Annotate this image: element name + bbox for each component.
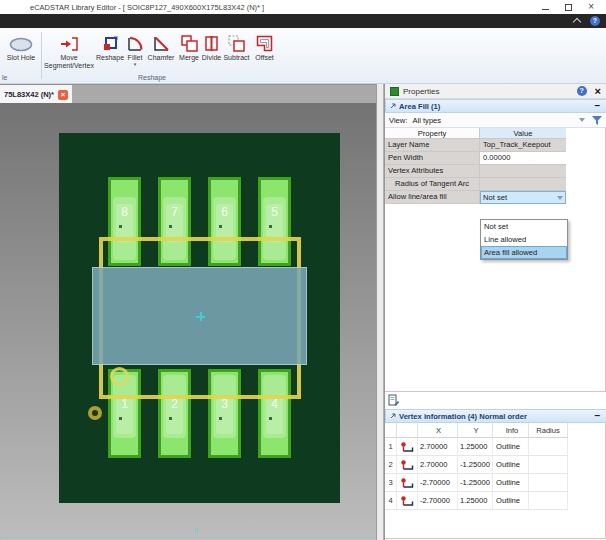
reshape-icon <box>96 32 124 52</box>
vertex-type-icon <box>397 456 418 473</box>
edit-note-icon[interactable] <box>388 394 400 407</box>
property-grid: Property Value Layer Name Top_Track_Keep… <box>385 128 566 204</box>
pad-origin-marker <box>219 225 222 228</box>
dropdown-option-area-fill-allowed[interactable]: Area fill allowed <box>481 246 567 259</box>
view-filter-row: View: All types <box>385 113 606 128</box>
dropdown-option-line-allowed[interactable]: Line allowed <box>481 233 567 246</box>
pad-number: 5 <box>261 205 288 219</box>
panel-help-icon[interactable]: ? <box>577 86 587 96</box>
vertex-row: 4 -2.70000 1.25000 Outline <box>385 492 568 510</box>
properties-panel: Properties ? × Area Fill (1) – View: All… <box>384 84 606 540</box>
move-segment-vertex-icon <box>44 32 94 52</box>
vertex-y-value[interactable]: 1.25000 <box>458 438 493 455</box>
merge-button[interactable]: Merge <box>178 32 200 74</box>
window-title: eCADSTAR Library Editor - [ SOIC8P127_49… <box>30 3 264 12</box>
reshape-button[interactable]: Reshape <box>96 32 124 74</box>
vertex-y-value[interactable]: -1.25000 <box>458 456 493 473</box>
tab-label: 75L83X42 (N)* <box>4 90 54 99</box>
view-type-select[interactable]: All types <box>412 116 441 125</box>
minimize-icon[interactable] <box>542 9 549 10</box>
chamfer-button[interactable]: Chamfer <box>146 32 176 74</box>
vertex-y-value[interactable]: 1.25000 <box>458 492 493 509</box>
subtract-button[interactable]: Subtract <box>223 32 250 74</box>
vertex-row-number: 4 <box>385 492 397 509</box>
pad-number: 3 <box>211 397 238 411</box>
grid-line <box>0 537 376 538</box>
fillet-button[interactable]: Fillet ▾ <box>125 32 145 74</box>
column-header-value: Value <box>480 128 566 138</box>
panel-close-icon[interactable]: × <box>595 86 601 97</box>
ribbon-group-label-reshape: Reshape <box>138 74 166 81</box>
section-minimize-icon[interactable]: – <box>594 411 600 421</box>
vertex-radius-value[interactable] <box>529 492 568 509</box>
property-row-layer-name: Layer Name Top_Track_Keepout <box>385 139 566 152</box>
pad-number: 8 <box>111 205 138 219</box>
property-row-vertex-attributes: Vertex Attributes <box>385 165 566 178</box>
title-bar: eCADSTAR Library Editor - [ SOIC8P127_49… <box>0 0 606 14</box>
allow-fill-combobox[interactable]: Not set <box>480 191 566 204</box>
pin1-marker-circle[interactable] <box>110 367 129 386</box>
vertex-x-value[interactable]: 2.70000 <box>418 438 458 455</box>
vertex-y-value[interactable]: -1.25000 <box>458 474 493 491</box>
pad-origin-marker <box>269 417 272 420</box>
vertex-table-header: X Y Info Radius <box>385 423 568 438</box>
panel-splitter[interactable] <box>376 84 384 540</box>
chevron-down-icon <box>557 196 563 200</box>
vertex-x-value[interactable]: -2.70000 <box>418 492 458 509</box>
slot-hole-button[interactable]: Slot Hole <box>1 32 41 74</box>
vertex-info-value: Outline <box>493 438 529 455</box>
vertex-radius-value[interactable] <box>529 456 568 473</box>
divide-button[interactable]: Divide <box>201 32 222 74</box>
fiducial-donut[interactable] <box>88 406 102 420</box>
vertex-row-number: 1 <box>385 438 397 455</box>
vertex-x-value[interactable]: 2.70000 <box>418 456 458 473</box>
fillet-icon <box>125 32 145 52</box>
subtract-icon <box>223 32 250 52</box>
chevron-down-icon[interactable] <box>579 118 585 122</box>
collapse-ribbon-icon[interactable] <box>573 18 581 26</box>
restore-icon[interactable] <box>565 4 572 11</box>
pad-number: 1 <box>111 397 138 411</box>
tab-close-icon[interactable]: × <box>58 90 68 100</box>
pad-origin-marker <box>269 225 272 228</box>
vertex-row-number: 3 <box>385 474 397 491</box>
column-header-x: X <box>418 423 458 437</box>
property-row-allow-line-area-fill: Allow line/area fill Not set <box>385 191 566 204</box>
chamfer-icon <box>146 32 176 52</box>
dropdown-option-not-set[interactable]: Not set <box>481 220 567 233</box>
vertex-info-section-header[interactable]: Vertex information (4) Normal order – <box>385 409 606 423</box>
toolbar-separator <box>41 32 42 79</box>
vertex-radius-value[interactable] <box>529 438 568 455</box>
vertex-x-value[interactable]: -2.70000 <box>418 474 458 491</box>
help-icon[interactable]: ? <box>590 16 600 26</box>
fillet-dropdown-caret[interactable]: ▾ <box>125 62 145 67</box>
vertex-radius-value[interactable] <box>529 474 568 491</box>
column-header-property: Property <box>385 128 480 138</box>
properties-panel-header: Properties ? × <box>385 84 606 99</box>
vertex-type-icon <box>397 438 418 455</box>
property-row-pen-width: Pen Width 0.00000 <box>385 152 566 165</box>
design-canvas[interactable]: 0 87651234 <box>0 103 376 540</box>
offset-button[interactable]: Offset <box>252 32 277 74</box>
section-expand-icon <box>390 103 396 109</box>
ribbon-group-label-left: le <box>2 74 7 81</box>
slot-hole-icon <box>1 32 41 52</box>
property-grid-header: Property Value <box>385 128 566 139</box>
pad-number: 6 <box>211 205 238 219</box>
column-header-radius: Radius <box>529 423 568 437</box>
property-row-radius-tangent-arc: Radius of Tangent Arc <box>385 178 566 191</box>
tab-footprint[interactable]: 75L83X42 (N)* × <box>0 85 72 104</box>
close-icon[interactable]: × <box>588 2 594 12</box>
vertex-rows: 1 2.70000 1.25000 Outline 2 <box>385 438 568 510</box>
pen-width-value[interactable]: 0.00000 <box>480 152 566 164</box>
section-minimize-icon[interactable]: – <box>594 101 600 111</box>
move-segment-vertex-button[interactable]: Move Segment/Vertex <box>44 32 94 74</box>
area-fill-section-header[interactable]: Area Fill (1) – <box>385 99 606 113</box>
column-header-info: Info <box>493 423 529 437</box>
pad-number: 7 <box>161 205 188 219</box>
layer-name-value[interactable]: Top_Track_Keepout <box>480 139 566 151</box>
filter-icon[interactable] <box>591 115 603 126</box>
center-cross-marker <box>196 312 205 321</box>
offset-icon <box>252 32 277 52</box>
merge-icon <box>178 32 200 52</box>
